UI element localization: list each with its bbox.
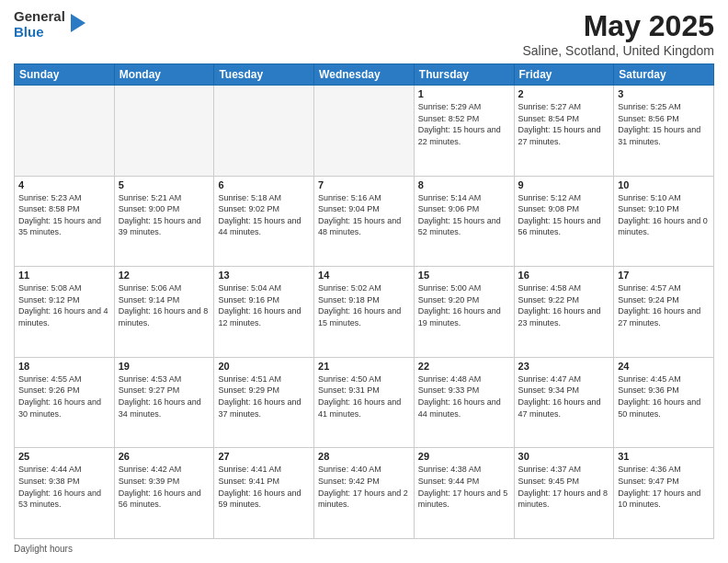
daylight-text: Daylight: 16 hours and 8 minutes. [119,305,210,328]
table-row: 27 Sunrise: 4:41 AM Sunset: 9:41 PM Dayl… [214,448,314,539]
day-info: Sunrise: 4:58 AM Sunset: 9:22 PM Dayligh… [518,282,610,328]
sunset-text: Sunset: 9:08 PM [518,203,610,215]
sunrise-text: Sunrise: 4:42 AM [119,464,210,476]
table-row: 8 Sunrise: 5:14 AM Sunset: 9:06 PM Dayli… [414,176,514,267]
sunset-text: Sunset: 9:00 PM [119,203,210,215]
table-row: 20 Sunrise: 4:51 AM Sunset: 9:29 PM Dayl… [214,357,314,448]
day-number: 11 [18,270,110,281]
table-row: 31 Sunrise: 4:36 AM Sunset: 9:47 PM Dayl… [614,448,714,539]
daylight-text: Daylight: 16 hours and 27 minutes. [618,305,710,328]
table-row: 21 Sunrise: 4:50 AM Sunset: 9:31 PM Dayl… [314,357,415,448]
table-row: 1 Sunrise: 5:29 AM Sunset: 8:52 PM Dayli… [414,86,514,177]
table-row: 14 Sunrise: 5:02 AM Sunset: 9:18 PM Dayl… [314,267,415,358]
calendar-header-row: Sunday Monday Tuesday Wednesday Thursday… [15,64,714,86]
sunrise-text: Sunrise: 5:08 AM [18,282,110,294]
sunrise-text: Sunrise: 5:27 AM [518,101,610,113]
daylight-text: Daylight: 15 hours and 27 minutes. [518,124,610,147]
day-info: Sunrise: 4:55 AM Sunset: 9:26 PM Dayligh… [18,373,110,419]
table-row: 19 Sunrise: 4:53 AM Sunset: 9:27 PM Dayl… [114,357,214,448]
sunset-text: Sunset: 9:47 PM [618,476,710,488]
sunrise-text: Sunrise: 5:29 AM [418,101,510,113]
sunset-text: Sunset: 8:54 PM [518,113,610,125]
day-number: 25 [18,451,110,462]
day-number: 31 [618,451,710,462]
day-info: Sunrise: 4:57 AM Sunset: 9:24 PM Dayligh… [618,282,710,328]
sunrise-text: Sunrise: 4:55 AM [18,373,110,385]
sunrise-text: Sunrise: 5:00 AM [418,282,510,294]
table-row: 15 Sunrise: 5:00 AM Sunset: 9:20 PM Dayl… [414,267,514,358]
header: General Blue May 2025 Saline, Scotland, … [14,9,714,58]
sunset-text: Sunset: 9:31 PM [318,385,410,396]
sunrise-text: Sunrise: 5:16 AM [318,192,410,204]
daylight-text: Daylight: 15 hours and 48 minutes. [318,215,410,238]
col-sunday: Sunday [15,64,115,86]
sunrise-text: Sunrise: 4:57 AM [618,282,710,294]
sunset-text: Sunset: 9:10 PM [618,203,710,215]
sunset-text: Sunset: 9:22 PM [518,294,610,306]
day-info: Sunrise: 5:00 AM Sunset: 9:20 PM Dayligh… [418,282,510,328]
table-row: 11 Sunrise: 5:08 AM Sunset: 9:12 PM Dayl… [15,267,115,358]
day-info: Sunrise: 5:12 AM Sunset: 9:08 PM Dayligh… [518,192,610,238]
day-number: 29 [418,451,510,462]
daylight-text: Daylight: 16 hours and 4 minutes. [18,305,110,328]
daylight-text: Daylight: 16 hours and 53 minutes. [18,488,110,511]
day-number: 22 [418,361,510,372]
table-row: 23 Sunrise: 4:47 AM Sunset: 9:34 PM Dayl… [514,357,614,448]
daylight-label: Daylight hours [14,544,73,554]
table-row: 5 Sunrise: 5:21 AM Sunset: 9:00 PM Dayli… [114,176,214,267]
sunset-text: Sunset: 9:26 PM [18,385,110,396]
table-row: 6 Sunrise: 5:18 AM Sunset: 9:02 PM Dayli… [214,176,314,267]
title-block: May 2025 Saline, Scotland, United Kingdo… [522,9,714,58]
sunrise-text: Sunrise: 4:41 AM [218,464,310,476]
day-info: Sunrise: 5:25 AM Sunset: 8:56 PM Dayligh… [618,101,710,147]
table-row: 9 Sunrise: 5:12 AM Sunset: 9:08 PM Dayli… [514,176,614,267]
day-info: Sunrise: 4:53 AM Sunset: 9:27 PM Dayligh… [119,373,210,419]
day-number: 24 [618,361,710,372]
sunrise-text: Sunrise: 4:40 AM [318,464,410,476]
sunrise-text: Sunrise: 5:10 AM [618,192,710,204]
day-number: 14 [318,270,410,281]
table-row: 3 Sunrise: 5:25 AM Sunset: 8:56 PM Dayli… [614,86,714,177]
sunrise-text: Sunrise: 5:06 AM [119,282,210,294]
day-info: Sunrise: 5:21 AM Sunset: 9:00 PM Dayligh… [119,192,210,238]
day-number: 3 [618,88,710,99]
day-info: Sunrise: 5:10 AM Sunset: 9:10 PM Dayligh… [618,192,710,238]
day-number: 7 [318,179,410,190]
day-info: Sunrise: 4:42 AM Sunset: 9:39 PM Dayligh… [119,464,210,510]
sunrise-text: Sunrise: 4:48 AM [418,373,510,385]
day-number: 18 [18,361,110,372]
daylight-text: Daylight: 16 hours and 50 minutes. [618,396,710,419]
calendar-week-3: 11 Sunrise: 5:08 AM Sunset: 9:12 PM Dayl… [15,267,714,358]
daylight-text: Daylight: 17 hours and 5 minutes. [418,488,510,511]
svg-marker-0 [71,14,85,32]
daylight-text: Daylight: 16 hours and 47 minutes. [518,396,610,419]
table-row [114,86,214,177]
logo-icon [69,12,87,34]
day-info: Sunrise: 4:50 AM Sunset: 9:31 PM Dayligh… [318,373,410,419]
day-number: 1 [418,88,510,99]
sunrise-text: Sunrise: 5:12 AM [518,192,610,204]
daylight-text: Daylight: 16 hours and 15 minutes. [318,305,410,328]
table-row: 16 Sunrise: 4:58 AM Sunset: 9:22 PM Dayl… [514,267,614,358]
daylight-text: Daylight: 16 hours and 19 minutes. [418,305,510,328]
table-row: 30 Sunrise: 4:37 AM Sunset: 9:45 PM Dayl… [514,448,614,539]
logo-blue: Blue [14,25,65,40]
day-info: Sunrise: 4:47 AM Sunset: 9:34 PM Dayligh… [518,373,610,419]
col-thursday: Thursday [414,64,514,86]
sunset-text: Sunset: 9:39 PM [119,476,210,488]
day-number: 2 [518,88,610,99]
day-number: 6 [218,179,310,190]
table-row: 28 Sunrise: 4:40 AM Sunset: 9:42 PM Dayl… [314,448,415,539]
sunset-text: Sunset: 9:24 PM [618,294,710,306]
page: General Blue May 2025 Saline, Scotland, … [0,0,728,563]
day-info: Sunrise: 4:45 AM Sunset: 9:36 PM Dayligh… [618,373,710,419]
footer: Daylight hours [14,544,714,554]
day-number: 17 [618,270,710,281]
day-number: 12 [119,270,210,281]
sunset-text: Sunset: 9:36 PM [618,385,710,396]
day-number: 21 [318,361,410,372]
sunset-text: Sunset: 9:02 PM [218,203,310,215]
day-number: 26 [119,451,210,462]
main-title: May 2025 [522,9,714,43]
sunrise-text: Sunrise: 4:51 AM [218,373,310,385]
